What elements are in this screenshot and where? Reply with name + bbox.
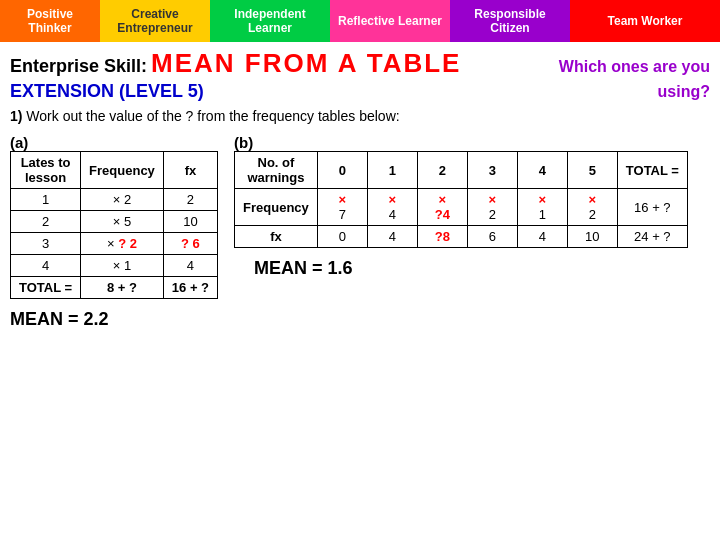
part-a-label: (a) (10, 134, 28, 151)
title-row: Enterprise Skill: MEAN FROM A TABLE Whic… (10, 48, 710, 79)
part-b-section: (b) No. ofwarnings 0 1 2 3 4 5 TOTAL = (234, 134, 688, 279)
tab-reflective-learner[interactable]: Reflective Learner (330, 0, 450, 42)
mean-a-result: MEAN = 2.2 (10, 309, 218, 330)
frequency-row-b: Frequency ×7 ×4 ×?4 ×2 ×1 ×2 16 + ? (235, 189, 688, 226)
enterprise-label: Enterprise Skill: (10, 56, 147, 77)
tables-container: (a) Lates tolesson Frequency fx 1 × 2 2 (10, 134, 710, 330)
part-b-table: No. ofwarnings 0 1 2 3 4 5 TOTAL = Frequ… (234, 151, 688, 248)
table-row: 2 × 5 10 (11, 211, 218, 233)
second-header-row: EXTENSION (LEVEL 5) using? (10, 81, 710, 108)
col-4: 4 (517, 152, 567, 189)
mean-b-result: MEAN = 1.6 (254, 258, 688, 279)
table-row: 3 × ? 2 ? 6 (11, 233, 218, 255)
main-content: Enterprise Skill: MEAN FROM A TABLE Whic… (0, 42, 720, 336)
which-ones-text: Which ones are you (559, 58, 710, 76)
mean-title: MEAN FROM A TABLE (151, 48, 461, 79)
top-navigation: Positive Thinker Creative Entrepreneur I… (0, 0, 720, 42)
tab-team-worker[interactable]: Team Worker (570, 0, 720, 42)
col-1: 1 (367, 152, 417, 189)
table-row: 4 × 1 4 (11, 255, 218, 277)
col-5: 5 (567, 152, 617, 189)
col-0: 0 (317, 152, 367, 189)
part-a-table: Lates tolesson Frequency fx 1 × 2 2 2 × … (10, 151, 218, 299)
tab-responsible-citizen[interactable]: Responsible Citizen (450, 0, 570, 42)
col-lates: Lates tolesson (11, 152, 81, 189)
col-warnings: No. ofwarnings (235, 152, 318, 189)
col-total: TOTAL = (617, 152, 687, 189)
using-text: using? (658, 83, 710, 101)
part-b-label: (b) (234, 134, 253, 151)
instruction-text: 1) Work out the value of the ? from the … (10, 108, 710, 124)
table-row: 1 × 2 2 (11, 189, 218, 211)
tab-creative-entrepreneur[interactable]: Creative Entrepreneur (100, 0, 210, 42)
col-fx-a: fx (163, 152, 217, 189)
fx-row-b: fx 0 4 ?8 6 4 10 24 + ? (235, 226, 688, 248)
total-row-a: TOTAL = 8 + ? 16 + ? (11, 277, 218, 299)
tab-independent-learner[interactable]: Independent Learner (210, 0, 330, 42)
part-a-section: (a) Lates tolesson Frequency fx 1 × 2 2 (10, 134, 218, 330)
extension-title: EXTENSION (LEVEL 5) (10, 81, 204, 102)
col-2: 2 (417, 152, 467, 189)
tab-positive-thinker[interactable]: Positive Thinker (0, 0, 100, 42)
col-frequency-a: Frequency (81, 152, 164, 189)
col-3: 3 (467, 152, 517, 189)
header-section: Enterprise Skill: MEAN FROM A TABLE Whic… (10, 48, 710, 108)
